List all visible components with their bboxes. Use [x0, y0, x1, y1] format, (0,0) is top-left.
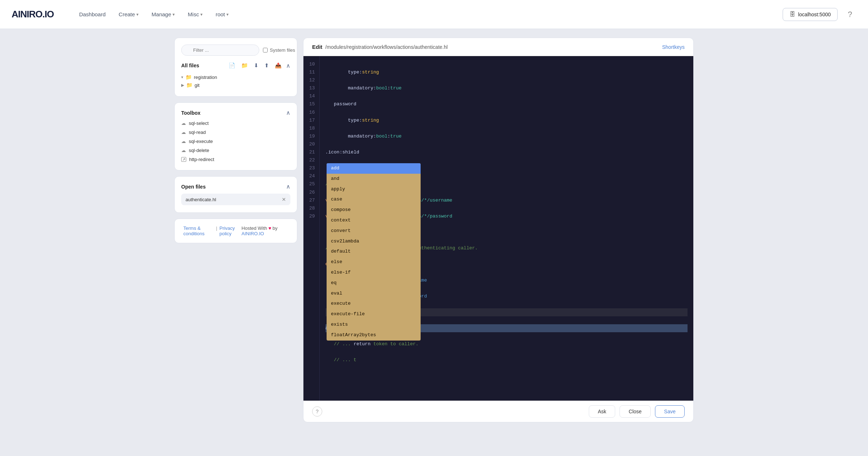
- open-file-tab[interactable]: authenticate.hl ✕: [181, 194, 290, 205]
- close-button[interactable]: Close: [620, 405, 651, 418]
- nav-misc[interactable]: Misc ▾: [183, 8, 208, 20]
- file-actions: 📄 📁 ⬇ ⬆ 📤 ∧: [227, 62, 290, 69]
- ac-item-exists[interactable]: exists: [327, 320, 421, 330]
- code-line: // ... return token to caller.: [326, 340, 688, 348]
- tool-sql-execute[interactable]: ☁ sql-execute: [181, 138, 290, 145]
- footer-separator: |: [216, 225, 217, 236]
- editor-footer-left: ?: [312, 406, 322, 417]
- upload-folder-icon[interactable]: 📤: [273, 62, 283, 69]
- toolbox-title: Toolbox: [181, 110, 200, 116]
- ac-item-csv2lambda[interactable]: csv2lambda: [327, 236, 421, 247]
- open-files-collapse-icon[interactable]: ∧: [286, 183, 290, 190]
- top-nav: AINIRO.IO Dashboard Create ▾ Manage ▾ Mi…: [0, 0, 868, 29]
- ac-item-apply[interactable]: apply: [327, 184, 421, 195]
- line-num: 25: [309, 180, 315, 188]
- nav-dashboard[interactable]: Dashboard: [74, 8, 111, 20]
- file-tree-registration[interactable]: ▾ 📁 registration: [181, 73, 290, 81]
- tool-http-redirect[interactable]: ↗ http-redirect: [181, 156, 290, 163]
- file-tree-git[interactable]: ▶ 📁 git: [181, 81, 290, 89]
- line-num: 10: [309, 60, 315, 68]
- nav-root[interactable]: root ▾: [210, 8, 234, 20]
- ac-item-default[interactable]: default: [327, 246, 421, 257]
- help-button[interactable]: ?: [843, 8, 856, 21]
- code-line: type:string: [326, 117, 688, 124]
- code-line: mandatory:bool:true: [326, 84, 688, 92]
- edit-label: Edit: [312, 44, 322, 50]
- all-files-header: All files 📄 📁 ⬇ ⬆ 📤 ∧: [181, 62, 290, 69]
- line-num: 28: [309, 204, 315, 212]
- nav-manage[interactable]: Manage ▾: [146, 8, 180, 20]
- nav-right: 🗄 localhost:5000 ?: [783, 8, 856, 21]
- footer-credit: Hosted With ♥ by AINIRO.IO: [242, 225, 288, 236]
- line-num: 24: [309, 172, 315, 180]
- chevron-down-icon: ▾: [226, 12, 229, 17]
- cloud-icon: ☁: [181, 148, 186, 153]
- ac-item-else-if[interactable]: else-if: [327, 267, 421, 278]
- open-files-title: Open files: [181, 184, 206, 190]
- ac-item-add[interactable]: add: [327, 163, 421, 174]
- ac-item-execute-file[interactable]: execute-file: [327, 309, 421, 320]
- privacy-link[interactable]: Privacy policy: [220, 225, 242, 236]
- file-tree: ▾ 📁 registration ▶ 📁 git: [181, 73, 290, 89]
- footer-panel: Terms & conditions | Privacy policy Host…: [174, 219, 297, 243]
- ac-item-and[interactable]: and: [327, 174, 421, 184]
- all-files-title: All files: [181, 63, 199, 68]
- editor-header: Edit /modules/registration/workflows/act…: [303, 38, 693, 56]
- ac-item-eval[interactable]: eval: [327, 288, 421, 299]
- app-logo: AINIRO.IO: [12, 9, 54, 20]
- code-editor[interactable]: 10 11 12 13 14 15 16 17 18 19 20 21 22 2…: [303, 56, 693, 401]
- tool-sql-delete[interactable]: ☁ sql-delete: [181, 147, 290, 154]
- filter-wrap: 🔍: [181, 45, 259, 56]
- code-line: // ... t: [326, 356, 688, 364]
- ask-button[interactable]: Ask: [589, 405, 615, 418]
- terms-link[interactable]: Terms & conditions: [183, 225, 214, 236]
- close-tab-icon[interactable]: ✕: [282, 197, 286, 202]
- ac-item-convert[interactable]: convert: [327, 226, 421, 236]
- filter-row: 🔍 System files: [181, 45, 290, 56]
- collapse-icon[interactable]: ∧: [286, 62, 290, 69]
- new-folder-icon[interactable]: 📁: [240, 62, 250, 69]
- cloud-icon: ☁: [181, 130, 186, 135]
- editor-title: Edit /modules/registration/workflows/act…: [312, 44, 448, 50]
- line-num: 16: [309, 109, 315, 117]
- editor-footer-right: Ask Close Save: [589, 405, 685, 418]
- ac-item-case[interactable]: case: [327, 194, 421, 205]
- shortkeys-button[interactable]: Shortkeys: [662, 44, 685, 50]
- system-files-checkbox[interactable]: [263, 48, 268, 52]
- line-num: 29: [309, 212, 315, 220]
- filter-input[interactable]: [181, 45, 259, 56]
- line-num: 21: [309, 148, 315, 156]
- toolbox-panel: Toolbox ∧ ☁ sql-select ☁ sql-read ☁ sql-…: [174, 102, 297, 170]
- tool-sql-select[interactable]: ☁ sql-select: [181, 120, 290, 127]
- ac-item-execute[interactable]: execute: [327, 299, 421, 309]
- ac-item-compose[interactable]: compose: [327, 205, 421, 215]
- line-num: 18: [309, 124, 315, 132]
- line-num: 12: [309, 76, 315, 84]
- left-panel: 🔍 System files All files 📄 📁 ⬇ ⬆ 📤 ∧: [174, 38, 297, 422]
- nav-create[interactable]: Create ▾: [114, 8, 144, 20]
- autocomplete-dropdown: add and apply case compose context conve…: [327, 163, 421, 341]
- system-files-label[interactable]: System files: [263, 47, 295, 53]
- editor-help-button[interactable]: ?: [312, 406, 322, 417]
- ac-item-context[interactable]: context: [327, 215, 421, 226]
- save-button[interactable]: Save: [655, 405, 685, 418]
- code-line: [326, 372, 688, 380]
- download-icon[interactable]: ⬇: [252, 62, 260, 69]
- ac-item-else[interactable]: else: [327, 257, 421, 267]
- server-button[interactable]: 🗄 localhost:5000: [783, 8, 838, 21]
- editor-footer: ? Ask Close Save: [303, 401, 693, 422]
- open-files-header: Open files ∧: [181, 183, 290, 190]
- ac-item-eq[interactable]: eq: [327, 278, 421, 288]
- line-num: 23: [309, 164, 315, 172]
- line-num: 20: [309, 140, 315, 148]
- toolbox-collapse-icon[interactable]: ∧: [286, 109, 290, 116]
- database-icon: 🗄: [790, 11, 795, 18]
- code-line: .icon:shield: [326, 148, 688, 156]
- nav-links: Dashboard Create ▾ Manage ▾ Misc ▾ root …: [74, 8, 771, 20]
- tool-sql-read[interactable]: ☁ sql-read: [181, 129, 290, 136]
- upload-icon[interactable]: ⬆: [263, 62, 271, 69]
- ac-item-floatArray2bytes[interactable]: floatArray2bytes: [327, 330, 421, 341]
- code-line: password: [326, 100, 688, 108]
- new-file-icon[interactable]: 📄: [227, 62, 237, 69]
- http-icon: ↗: [181, 157, 186, 162]
